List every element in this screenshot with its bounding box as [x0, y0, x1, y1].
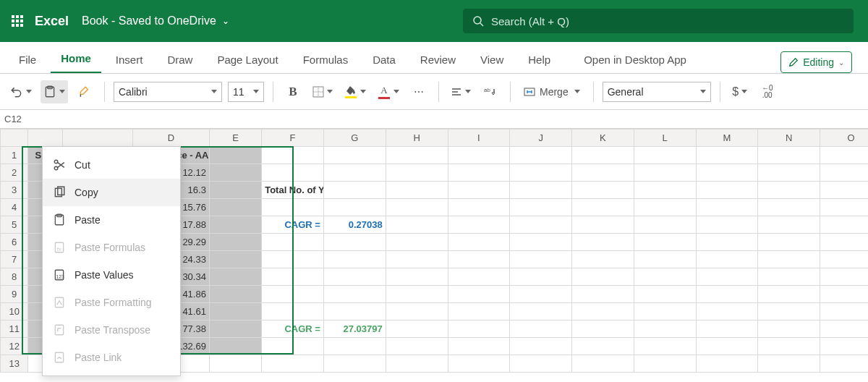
cell[interactable]	[758, 286, 820, 303]
cell[interactable]	[448, 216, 510, 234]
clipboard-button[interactable]	[41, 80, 68, 103]
cell[interactable]	[510, 182, 572, 199]
cell[interactable]	[386, 164, 448, 182]
tab-view[interactable]: View	[470, 46, 514, 73]
row-header[interactable]: 3	[1, 182, 28, 199]
cell[interactable]	[758, 251, 820, 268]
cell[interactable]	[696, 338, 758, 355]
cell[interactable]	[634, 286, 696, 303]
cell[interactable]	[209, 164, 261, 182]
cell[interactable]	[510, 286, 572, 303]
cell[interactable]	[209, 321, 261, 338]
undo-button[interactable]	[7, 80, 35, 103]
cell[interactable]: CAGR =	[262, 321, 324, 338]
cell[interactable]	[572, 216, 634, 234]
cell[interactable]	[386, 338, 448, 355]
cell[interactable]: CAGR =	[262, 216, 324, 234]
menu-paste-values[interactable]: 123 Paste Values	[43, 261, 180, 289]
search-box[interactable]	[463, 9, 854, 33]
cell[interactable]	[634, 355, 696, 373]
cell[interactable]	[820, 251, 868, 268]
menu-paste-formulas[interactable]: fx Paste Formulas	[43, 234, 180, 261]
tab-page-layout[interactable]: Page Layout	[207, 46, 288, 73]
tab-insert[interactable]: Insert	[106, 46, 153, 73]
name-box[interactable]: C12	[0, 112, 43, 126]
cell[interactable]	[209, 286, 261, 303]
cell[interactable]	[262, 251, 324, 268]
cell[interactable]	[448, 147, 510, 164]
cell[interactable]	[634, 164, 696, 182]
cell[interactable]	[448, 338, 510, 355]
cell[interactable]	[758, 268, 820, 286]
cell[interactable]	[262, 268, 324, 286]
tab-review[interactable]: Review	[410, 46, 466, 73]
cell[interactable]	[510, 216, 572, 234]
cell[interactable]	[386, 303, 448, 321]
cell[interactable]	[209, 216, 261, 234]
cell[interactable]	[209, 303, 261, 321]
cell[interactable]	[386, 182, 448, 199]
cell[interactable]	[448, 182, 510, 199]
cell[interactable]	[634, 268, 696, 286]
cell[interactable]	[262, 164, 324, 182]
cell[interactable]	[323, 286, 386, 303]
menu-paste-link[interactable]: Paste Link	[43, 344, 180, 371]
number-format-select[interactable]: General	[603, 82, 711, 102]
cell[interactable]	[758, 355, 820, 373]
cell[interactable]	[323, 355, 386, 373]
editing-mode-button[interactable]: Editing ⌄	[780, 51, 852, 73]
align-button[interactable]	[448, 80, 474, 103]
cell[interactable]	[209, 199, 261, 216]
document-name[interactable]: Book - Saved to OneDrive ⌄	[82, 14, 229, 27]
cell[interactable]	[572, 268, 634, 286]
cell[interactable]	[386, 321, 448, 338]
cell[interactable]	[572, 286, 634, 303]
row-header[interactable]: 13	[1, 355, 28, 373]
cell[interactable]	[634, 321, 696, 338]
font-size-select[interactable]: 11	[228, 82, 264, 102]
tab-data[interactable]: Data	[362, 46, 406, 73]
col-header[interactable]: F	[262, 130, 324, 147]
cell[interactable]	[209, 147, 261, 164]
cell[interactable]	[209, 355, 261, 373]
cell[interactable]	[323, 199, 386, 216]
cell[interactable]	[386, 199, 448, 216]
col-header[interactable]: K	[572, 130, 634, 147]
cell[interactable]	[510, 251, 572, 268]
cell[interactable]	[820, 268, 868, 286]
cell[interactable]	[448, 321, 510, 338]
cell[interactable]	[696, 321, 758, 338]
menu-paste-transpose[interactable]: Paste Transpose	[43, 316, 180, 344]
cell[interactable]	[572, 234, 634, 251]
cell[interactable]	[262, 199, 324, 216]
cell[interactable]	[820, 355, 868, 373]
cell[interactable]	[510, 355, 572, 373]
cell[interactable]	[572, 251, 634, 268]
cell[interactable]	[209, 234, 261, 251]
cell[interactable]	[510, 164, 572, 182]
cell[interactable]	[572, 182, 634, 199]
cell[interactable]	[323, 182, 386, 199]
row-header[interactable]: 9	[1, 286, 28, 303]
cell[interactable]	[758, 182, 820, 199]
cell[interactable]	[634, 338, 696, 355]
cell[interactable]	[448, 251, 510, 268]
col-header[interactable]: E	[209, 130, 261, 147]
cell[interactable]	[572, 321, 634, 338]
open-in-desktop-button[interactable]: Open in Desktop App	[574, 46, 697, 73]
cell[interactable]	[448, 164, 510, 182]
cell[interactable]	[510, 303, 572, 321]
col-header[interactable]: I	[448, 130, 510, 147]
tab-formulas[interactable]: Formulas	[293, 46, 359, 73]
cell[interactable]	[448, 303, 510, 321]
borders-button[interactable]	[310, 80, 336, 103]
row-header[interactable]: 2	[1, 164, 28, 182]
cell[interactable]	[758, 164, 820, 182]
cell[interactable]	[634, 303, 696, 321]
tab-home[interactable]: Home	[51, 45, 101, 73]
col-header[interactable]	[28, 130, 62, 147]
wrap-text-button[interactable]: ab	[480, 80, 501, 103]
row-header[interactable]: 4	[1, 199, 28, 216]
col-header[interactable]	[62, 130, 132, 147]
cell[interactable]	[634, 234, 696, 251]
